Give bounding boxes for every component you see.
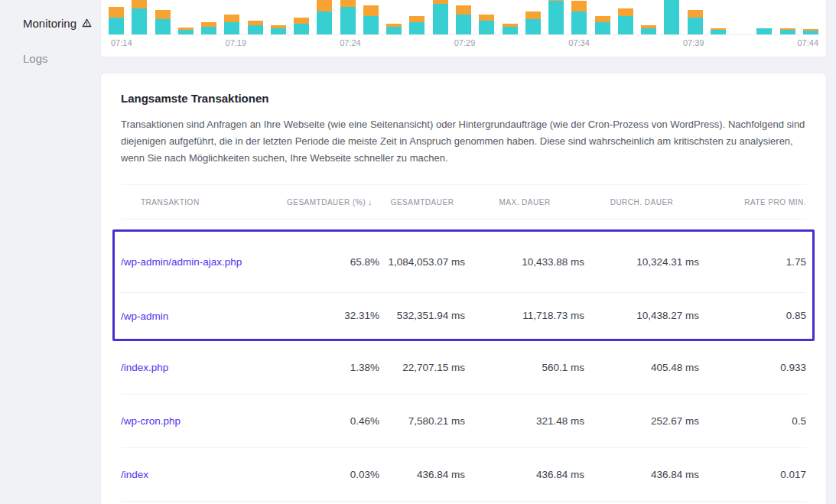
chart-bar	[224, 15, 239, 34]
slowest-transactions-card: Langsamste Transaktionen Transaktionen s…	[100, 73, 827, 504]
chart-bars	[109, 0, 818, 35]
rate-cell: 0.85	[699, 308, 806, 324]
x-axis-tick-label: 07:39	[683, 38, 704, 47]
transaction-link[interactable]: /wp-cron.php	[121, 415, 280, 427]
chart-bar	[780, 28, 795, 34]
chart-bar	[711, 28, 726, 34]
transaction-link[interactable]: /wp-admin	[121, 311, 280, 322]
chart-bar	[525, 11, 541, 34]
x-axis-tick-label: 07:29	[454, 38, 476, 47]
sidebar-item-monitoring[interactable]: Monitoring	[0, 14, 100, 32]
chart-bar	[503, 24, 518, 34]
chart-bar	[664, 0, 679, 34]
table-row[interactable]: /wp-cron.php 0.46% 7,580.21 ms 321.48 ms…	[121, 395, 806, 448]
col-header-avg[interactable]: DURCH. DAUER	[584, 198, 699, 206]
chart-bar	[271, 25, 286, 34]
table-row[interactable]: /index.php 1.38% 22,707.15 ms 560.1 ms 4…	[121, 341, 806, 395]
chart-x-axis-labels: 07:1407:1907:2407:2907:3407:3907:44	[111, 38, 818, 47]
total-duration-cell: 436.84 ms	[379, 467, 465, 483]
chart-bar	[201, 22, 216, 34]
total-duration-cell: 1,084,053.07 ms	[379, 255, 465, 270]
sidebar-item-logs[interactable]: Logs	[0, 49, 100, 67]
chart-bar	[803, 29, 818, 34]
sidebar: Monitoring Logs	[0, 0, 100, 84]
col-header-rate[interactable]: RATE PRO MIN.	[699, 198, 806, 206]
chart-bar	[456, 5, 471, 34]
chart-bar	[363, 5, 379, 34]
max-duration-cell: 10,433.88 ms	[465, 255, 584, 270]
total-pct-cell: 32.31%	[280, 308, 379, 324]
chart-bar	[340, 0, 356, 34]
table-header-row: TRANSAKTION GESAMTDAUER (%)↓ GESAMTDAUER…	[121, 184, 806, 219]
highlight-annotation: /wp-admin/admin-ajax.php 65.8% 1,084,053…	[112, 229, 815, 341]
chart-bar	[595, 16, 610, 34]
panel-description: Transaktionen sind Anfragen an Ihre Webs…	[121, 116, 806, 166]
chart-bar	[155, 10, 171, 34]
total-pct-cell: 65.8%	[280, 255, 379, 270]
chart-bar	[109, 7, 124, 34]
x-axis-tick-label: 07:19	[226, 38, 247, 47]
chart-bar	[756, 28, 772, 34]
rate-cell: 1.75	[699, 255, 806, 270]
col-header-total-pct[interactable]: GESAMTDAUER (%)↓	[280, 197, 379, 206]
col-header-transaction[interactable]: TRANSAKTION	[121, 198, 280, 206]
chart-bar	[618, 8, 633, 34]
max-duration-cell: 321.48 ms	[465, 414, 584, 429]
chart-bar	[433, 0, 448, 34]
chart-bar	[317, 0, 332, 34]
chart-bar	[641, 25, 656, 34]
avg-duration-cell: 436.84 ms	[584, 467, 699, 483]
main-content: 07:1407:1907:2407:2907:3407:3907:44 Lang…	[100, 0, 827, 504]
chart-bar	[409, 16, 425, 34]
max-duration-cell: 436.84 ms	[465, 467, 584, 483]
x-axis-tick-label: 07:14	[111, 38, 132, 47]
chart-bar	[386, 24, 402, 34]
avg-duration-cell: 10,438.27 ms	[584, 308, 699, 324]
total-duration-cell: 22,707.15 ms	[379, 360, 465, 376]
avg-duration-cell: 252.67 ms	[584, 414, 699, 429]
sort-desc-icon[interactable]: ↓	[368, 197, 372, 206]
chart-bar	[571, 1, 587, 34]
col-header-max[interactable]: MAX. DAUER	[465, 198, 584, 206]
panel-title: Langsamste Transaktionen	[121, 92, 806, 105]
total-duration-cell: 7,580.21 ms	[379, 414, 465, 429]
table-row[interactable]: /wp-admin/admin-ajax.php 65.8% 1,084,053…	[121, 232, 806, 293]
transaction-link[interactable]: /index.php	[121, 362, 280, 373]
x-axis-tick-label: 07:24	[340, 38, 361, 47]
avg-duration-cell: 405.48 ms	[584, 360, 699, 376]
total-pct-cell: 1.38%	[280, 360, 379, 376]
chart-bar	[688, 10, 703, 34]
rate-cell: 0.017	[699, 467, 806, 483]
transaction-link[interactable]: /wp-admin/admin-ajax.php	[121, 256, 280, 268]
x-axis-tick-label: 07:44	[797, 38, 818, 47]
response-time-chart-card: 07:1407:1907:2407:2907:3407:3907:44	[100, 0, 827, 57]
chart-bar	[294, 18, 309, 34]
chart-bar	[548, 0, 564, 34]
sidebar-item-label: Logs	[23, 52, 48, 65]
total-pct-cell: 0.46%	[280, 414, 379, 429]
max-duration-cell: 11,718.73 ms	[465, 308, 584, 324]
avg-duration-cell: 10,324.31 ms	[584, 255, 699, 270]
transaction-link[interactable]: /index	[121, 469, 280, 480]
col-header-total[interactable]: GESAMTDAUER	[379, 198, 465, 206]
rate-cell: 0.933	[699, 360, 806, 376]
table-row[interactable]: /index 0.03% 436.84 ms 436.84 ms 436.84 …	[121, 448, 806, 502]
total-duration-cell: 532,351.94 ms	[379, 308, 465, 324]
sidebar-item-label: Monitoring	[23, 17, 76, 30]
chart-bar	[132, 0, 147, 34]
chart-bar	[178, 28, 194, 34]
table-row[interactable]: /wp-admin 32.31% 532,351.94 ms 11,718.73…	[121, 293, 806, 339]
total-pct-cell: 0.03%	[280, 467, 379, 483]
chart-bar	[248, 21, 263, 34]
max-duration-cell: 560.1 ms	[465, 360, 584, 376]
warning-icon	[82, 18, 92, 28]
x-axis-tick-label: 07:34	[568, 38, 590, 47]
rate-cell: 0.5	[699, 414, 806, 429]
chart-bar	[479, 15, 494, 34]
